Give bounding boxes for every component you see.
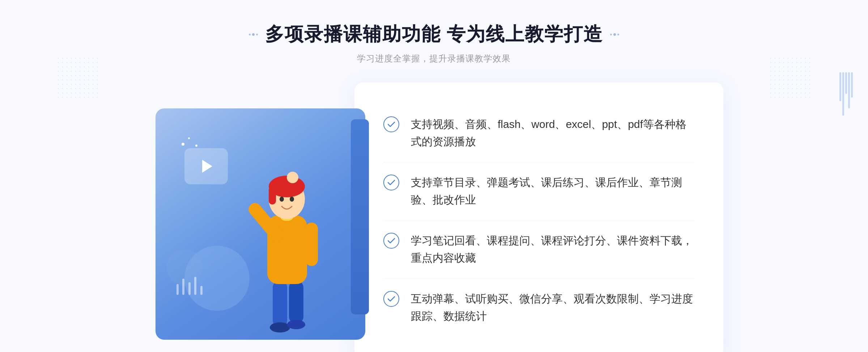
illustration-accent-bar — [351, 119, 369, 314]
check-icon-1 — [383, 116, 399, 132]
illustration-card — [145, 98, 369, 343]
check-circle-1 — [383, 116, 399, 132]
feature-text-2: 支持章节目录、弹题考试、课后练习、课后作业、章节测验、批改作业 — [411, 174, 694, 209]
dot-5 — [613, 33, 616, 36]
dot-6 — [617, 34, 619, 35]
svg-point-2 — [270, 322, 290, 332]
svg-rect-8 — [269, 186, 276, 205]
svg-rect-0 — [273, 280, 287, 327]
dot-2 — [252, 33, 255, 36]
dot-3 — [256, 34, 258, 35]
bar-decoration — [175, 277, 204, 296]
sub-title: 学习进度全掌握，提升录播课教学效果 — [249, 53, 619, 64]
bar-5 — [200, 286, 203, 295]
deco-dots-right — [610, 33, 619, 36]
check-icon-3 — [383, 233, 399, 249]
check-icon-4 — [383, 291, 399, 307]
feature-item-4: 互动弹幕、试听购买、微信分享、观看次数限制、学习进度跟踪、数据统计 — [383, 279, 694, 336]
bar-3 — [188, 282, 191, 295]
human-figure-illustration — [226, 136, 341, 340]
svg-point-3 — [287, 320, 305, 329]
svg-rect-1 — [289, 280, 303, 324]
check-circle-3 — [383, 233, 399, 249]
dot-4 — [610, 34, 612, 35]
spark-decoration-3 — [195, 145, 197, 147]
illustration-background — [156, 108, 365, 340]
header-section: 多项录播课辅助功能 专为线上教学打造 学习进度全掌握，提升录播课教学效果 — [249, 0, 619, 64]
check-icon-2 — [383, 175, 399, 190]
page-container: 多项录播课辅助功能 专为线上教学打造 学习进度全掌握，提升录播课教学效果 » — [0, 0, 868, 352]
deco-dots-left — [249, 33, 258, 36]
feature-text-4: 互动弹幕、试听购买、微信分享、观看次数限制、学习进度跟踪、数据统计 — [411, 290, 694, 325]
feature-item-3: 学习笔记回看、课程提问、课程评论打分、课件资料下载，重点内容收藏 — [383, 220, 694, 279]
bar-4 — [194, 277, 196, 295]
vert-bar-5 — [851, 72, 853, 98]
vert-bar-1 — [839, 72, 841, 101]
svg-point-12 — [280, 197, 284, 202]
spark-decoration-2 — [188, 137, 190, 139]
dot-pattern-left — [56, 56, 99, 99]
svg-point-11 — [287, 172, 298, 183]
bar-1 — [176, 284, 179, 295]
spark-decoration-1 — [182, 143, 184, 146]
feature-text-3: 学习笔记回看、课程提问、课程评论打分、课件资料下载，重点内容收藏 — [411, 232, 694, 267]
header-decoration: 多项录播课辅助功能 专为线上教学打造 — [249, 22, 619, 47]
vert-bar-2 — [842, 72, 844, 116]
feature-item-1: 支持视频、音频、flash、word、excel、ppt、pdf等各种格式的资源… — [383, 104, 694, 162]
features-card: 支持视频、音频、flash、word、excel、ppt、pdf等各种格式的资源… — [354, 82, 723, 352]
main-title: 多项录播课辅助功能 专为线上教学打造 — [265, 22, 603, 47]
feature-item-2: 支持章节目录、弹题考试、课后练习、课后作业、章节测验、批改作业 — [383, 162, 694, 220]
feature-text-1: 支持视频、音频、flash、word、excel、ppt、pdf等各种格式的资源… — [411, 116, 694, 150]
right-bar-decoration — [839, 72, 853, 116]
check-circle-4 — [383, 291, 399, 307]
svg-point-13 — [290, 197, 294, 202]
content-area: » — [145, 82, 723, 352]
dot-pattern-right — [769, 56, 812, 99]
vert-bar-4 — [848, 72, 850, 108]
play-button-container[interactable] — [184, 148, 228, 184]
svg-rect-10 — [305, 223, 318, 266]
dot-1 — [249, 34, 251, 35]
vert-bar-3 — [845, 72, 847, 94]
bar-2 — [182, 279, 184, 295]
check-circle-2 — [383, 175, 399, 190]
play-triangle-icon — [202, 160, 212, 173]
